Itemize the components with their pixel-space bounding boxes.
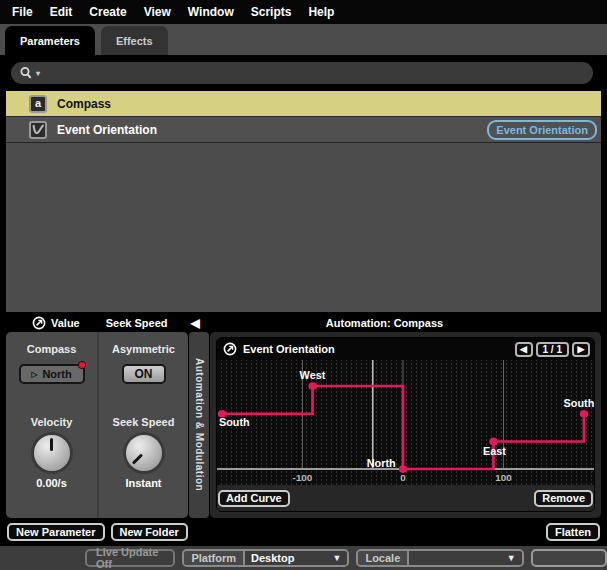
letter-a-icon: a: [29, 95, 47, 113]
platform-value: Desktop: [251, 552, 294, 564]
search-icon: [19, 66, 34, 81]
velocity-value: 0.00/s: [36, 477, 67, 489]
bottom-bar: New Parameter New Folder Flatten: [0, 518, 607, 546]
collapse-left-icon[interactable]: ◀: [182, 316, 208, 330]
curve-editor-footer: Add Curve Remove: [217, 485, 594, 511]
curve-editor-header: Event Orientation ◀ 1 / 1 ▶: [217, 338, 594, 360]
list-item-label: Compass: [57, 97, 111, 111]
knob-pointer: [132, 453, 143, 464]
svg-text:0: 0: [400, 472, 405, 483]
menu-file[interactable]: File: [12, 5, 33, 19]
dial-icon: [223, 342, 237, 356]
automation-pane: Event Orientation ◀ 1 / 1 ▶ -1000100Sout…: [210, 332, 601, 518]
live-update-toggle[interactable]: Live Update Off: [85, 549, 175, 567]
svg-text:West: West: [300, 371, 326, 382]
compass-value-dropdown[interactable]: ▷ North: [19, 364, 85, 384]
tab-parameters[interactable]: Parameters: [5, 26, 95, 55]
menu-scripts[interactable]: Scripts: [251, 5, 292, 19]
locale-label: Locale: [358, 551, 409, 565]
pager-page-label: 1 / 1: [536, 342, 569, 357]
seek-speed-knob[interactable]: [126, 435, 162, 471]
dropdown-triangle-icon: ▷: [31, 370, 37, 379]
tab-strip: Parameters Effects: [0, 24, 607, 55]
velocity-knob[interactable]: [34, 435, 70, 471]
svg-text:North: North: [367, 458, 396, 469]
platform-label: Platform: [184, 551, 245, 565]
curve-editor-panel: Event Orientation ◀ 1 / 1 ▶ -1000100Sout…: [216, 337, 595, 512]
list-item-label: Event Orientation: [57, 123, 157, 137]
svg-text:South: South: [219, 418, 250, 429]
deck: Compass ▷ North Velocity 0.00/s Asymmetr…: [6, 332, 601, 518]
menu-view[interactable]: View: [144, 5, 171, 19]
status-extra-field[interactable]: [531, 549, 607, 567]
deck-tab-seek-speed[interactable]: Seek Speed: [106, 317, 168, 329]
automation-modulation-side-tab[interactable]: Automation & Modulation: [189, 332, 209, 518]
status-bar: Live Update Off Platform Desktop ▼ Local…: [0, 546, 607, 570]
deck-header: Value Seek Speed ◀ Automation: Compass: [6, 313, 601, 332]
add-curve-button[interactable]: Add Curve: [218, 490, 290, 507]
remove-curve-button[interactable]: Remove: [534, 490, 593, 507]
compass-label: Compass: [27, 343, 77, 355]
pager-prev-icon[interactable]: ◀: [515, 342, 533, 357]
seek-speed-value: Instant: [125, 477, 161, 489]
velocity-label: Velocity: [31, 416, 73, 428]
locale-select[interactable]: ▼: [409, 551, 521, 565]
locale-combo: Locale ▼: [356, 549, 523, 567]
deck-tab-value[interactable]: Value: [32, 316, 80, 330]
platform-select[interactable]: Desktop ▼: [245, 551, 347, 565]
seek-speed-column: Asymmetric ON Seek Speed Instant: [97, 332, 188, 518]
menu-window[interactable]: Window: [188, 5, 234, 19]
pager-next-icon[interactable]: ▶: [572, 342, 590, 357]
automation-curve-plot[interactable]: -1000100SouthWestNorthEastSouth: [217, 360, 594, 485]
chevron-down-icon: ▼: [327, 553, 342, 563]
automation-curve-svg: -1000100SouthWestNorthEastSouth: [217, 360, 594, 485]
search-input[interactable]: ▾: [11, 62, 593, 84]
svg-text:South: South: [564, 398, 594, 409]
curve-pager: ◀ 1 / 1 ▶: [515, 342, 590, 357]
dial-icon: [32, 316, 46, 330]
curve-editor-title: Event Orientation: [243, 343, 509, 355]
waveform-icon: [29, 121, 47, 139]
deck-tab-value-label: Value: [51, 317, 80, 329]
list-item-compass[interactable]: a Compass: [6, 91, 601, 117]
chevron-down-icon: ▼: [501, 553, 516, 563]
value-column: Compass ▷ North Velocity 0.00/s: [6, 332, 97, 518]
list-item-event-orientation[interactable]: Event Orientation Event Orientation: [6, 117, 601, 143]
compass-value: North: [42, 368, 71, 380]
menu-edit[interactable]: Edit: [50, 5, 73, 19]
automation-title: Automation: Compass: [208, 317, 601, 329]
built-in-parameter-badge[interactable]: Event Orientation: [487, 120, 597, 140]
menu-create[interactable]: Create: [89, 5, 126, 19]
svg-text:-100: -100: [293, 472, 313, 483]
platform-combo: Platform Desktop ▼: [182, 549, 349, 567]
search-panel: ▾: [0, 55, 607, 91]
asymmetric-label: Asymmetric: [112, 343, 175, 355]
svg-text:100: 100: [495, 472, 511, 483]
svg-text:East: East: [483, 446, 506, 457]
asymmetric-toggle[interactable]: ON: [122, 364, 166, 384]
new-parameter-button[interactable]: New Parameter: [7, 523, 105, 541]
menu-help[interactable]: Help: [308, 5, 334, 19]
flatten-button[interactable]: Flatten: [546, 523, 600, 541]
search-filter-caret-icon[interactable]: ▾: [36, 69, 40, 78]
parameter-list: a Compass Event Orientation Event Orient…: [6, 91, 601, 312]
side-tab-label: Automation & Modulation: [194, 358, 205, 491]
tab-effects[interactable]: Effects: [101, 26, 168, 55]
automation-dot-icon: [79, 362, 85, 368]
parameter-control-panel: Compass ▷ North Velocity 0.00/s Asymmetr…: [6, 332, 188, 518]
seek-speed-label: Seek Speed: [113, 416, 175, 428]
knob-pointer: [50, 438, 53, 451]
new-folder-button[interactable]: New Folder: [111, 523, 188, 541]
menu-bar: File Edit Create View Window Scripts Hel…: [0, 0, 607, 24]
